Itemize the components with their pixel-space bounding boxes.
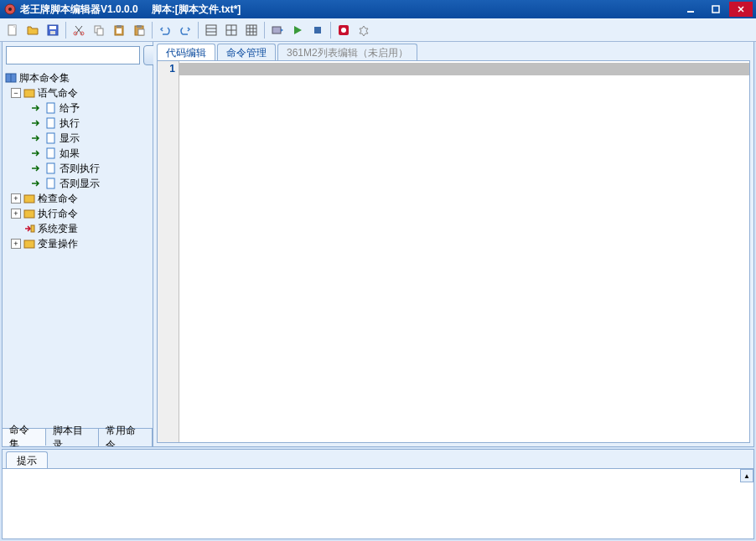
tree-group-tone[interactable]: − 语气命令 (4, 85, 151, 100)
svg-rect-7 (49, 26, 56, 29)
tree-node-sysvar[interactable]: 系统变量 (4, 221, 151, 236)
tree-item[interactable]: 显示 (4, 131, 151, 146)
svg-point-1 (8, 8, 12, 11)
arrow-icon (29, 162, 43, 175)
titlebar: 老王牌脚本编辑器V1.0.0.0 脚本:[脚本文件.txt*] (0, 0, 756, 18)
doc-icon (44, 162, 58, 175)
arrow-icon (29, 147, 43, 160)
arrow-icon (29, 177, 43, 190)
svg-rect-2 (687, 11, 694, 13)
redo-icon[interactable] (176, 21, 194, 39)
script-title: 脚本:[脚本文件.txt*] (152, 3, 241, 17)
grid2-icon[interactable] (222, 21, 241, 39)
save-file-icon[interactable] (44, 21, 62, 39)
tree-node-check[interactable]: +检查命令 (4, 191, 151, 206)
window-controls (679, 2, 753, 17)
svg-rect-42 (47, 178, 54, 188)
code-editor[interactable]: 1 (157, 60, 750, 443)
svg-rect-44 (24, 210, 34, 218)
grid3-icon[interactable] (242, 21, 261, 39)
close-button[interactable] (729, 2, 753, 17)
stop-icon[interactable] (308, 21, 327, 39)
arrow-icon (29, 101, 43, 115)
doc-icon (44, 101, 58, 115)
tab-script-dir[interactable]: 脚本目录 (46, 429, 100, 446)
folder-icon (23, 207, 36, 220)
tree-item[interactable]: 如果 (4, 146, 151, 161)
main-area: 查询 脚本命令集 − 语气命令 给予 执行 显示 如果 否则执行 否则显示 +检… (2, 42, 754, 447)
expand-icon[interactable]: + (11, 209, 21, 219)
undo-icon[interactable] (156, 21, 174, 39)
tab-361m2-list[interactable]: 361M2列表编辑（未启用） (277, 44, 417, 60)
tree-node-exec[interactable]: +执行命令 (4, 206, 151, 221)
tab-hint[interactable]: 提示 (6, 451, 48, 468)
folder-icon (23, 237, 36, 250)
svg-rect-46 (24, 240, 34, 248)
arrow-icon (29, 116, 43, 130)
new-file-icon[interactable] (3, 21, 22, 39)
book-icon (4, 71, 18, 85)
doc-icon (44, 131, 58, 145)
right-panel: 代码编辑 命令管理 361M2列表编辑（未启用） 1 (153, 42, 753, 446)
expand-icon[interactable]: + (11, 193, 21, 204)
expand-icon[interactable]: + (11, 239, 21, 249)
collapse-icon[interactable]: − (11, 88, 21, 98)
tree-item[interactable]: 否则显示 (4, 176, 151, 191)
svg-rect-17 (137, 25, 142, 28)
svg-rect-3 (712, 6, 719, 13)
tree-item[interactable]: 执行 (4, 116, 151, 131)
cut-icon[interactable] (70, 21, 88, 39)
tab-cmd-manage[interactable]: 命令管理 (217, 44, 276, 60)
svg-rect-36 (24, 90, 34, 97)
tree-item[interactable]: 给予 (4, 100, 151, 116)
svg-rect-37 (47, 103, 54, 113)
tree-root[interactable]: 脚本命令集 (4, 70, 151, 85)
folder-icon (23, 192, 36, 205)
app-icon (3, 3, 17, 16)
tab-command-set[interactable]: 命令集 (3, 428, 46, 446)
svg-rect-25 (246, 25, 256, 35)
paste-special-icon[interactable] (130, 21, 148, 39)
open-file-icon[interactable] (23, 21, 42, 39)
svg-rect-15 (117, 28, 122, 33)
current-line-highlight (179, 63, 749, 75)
minimize-button[interactable] (679, 2, 702, 17)
tree-node-varop[interactable]: +变量操作 (4, 236, 151, 251)
command-tree[interactable]: 脚本命令集 − 语气命令 给予 执行 显示 如果 否则执行 否则显示 +检查命令… (3, 69, 153, 428)
paste-icon[interactable] (110, 21, 128, 39)
left-tabs: 命令集 脚本目录 常用命令 (3, 428, 153, 446)
svg-rect-40 (47, 148, 54, 158)
folder-icon (23, 86, 36, 100)
settings-icon[interactable] (355, 21, 373, 39)
tab-common-cmd[interactable]: 常用命令 (99, 429, 153, 446)
search-input[interactable] (6, 46, 140, 64)
code-area[interactable] (179, 61, 749, 442)
svg-rect-41 (47, 163, 54, 173)
line-number: 1 (158, 63, 175, 75)
arrow-icon (29, 131, 43, 145)
toolbar (0, 18, 756, 42)
svg-rect-5 (13, 25, 16, 28)
svg-rect-30 (272, 27, 281, 33)
left-panel: 查询 脚本命令集 − 语气命令 给予 执行 显示 如果 否则执行 否则显示 +检… (3, 42, 153, 446)
editor-tabs: 代码编辑 命令管理 361M2列表编辑（未启用） (153, 42, 753, 60)
play-icon[interactable] (288, 21, 307, 39)
copy-icon[interactable] (90, 21, 108, 39)
doc-icon (44, 116, 58, 130)
record-icon[interactable] (334, 21, 353, 39)
line-gutter: 1 (158, 61, 179, 442)
svg-rect-18 (138, 29, 144, 35)
var-icon (23, 222, 36, 235)
bottom-panel: 提示 ▲ (2, 449, 754, 539)
svg-rect-38 (47, 118, 54, 128)
tab-code-edit[interactable]: 代码编辑 (157, 44, 215, 60)
doc-icon (44, 147, 58, 160)
maximize-button[interactable] (704, 2, 728, 17)
svg-rect-8 (50, 31, 55, 34)
svg-rect-31 (314, 27, 321, 33)
svg-rect-12 (97, 28, 103, 35)
tree-item[interactable]: 否则执行 (4, 161, 151, 176)
grid1-icon[interactable] (202, 21, 220, 39)
run-icon[interactable] (268, 21, 287, 39)
scroll-up-button[interactable]: ▲ (740, 469, 753, 482)
